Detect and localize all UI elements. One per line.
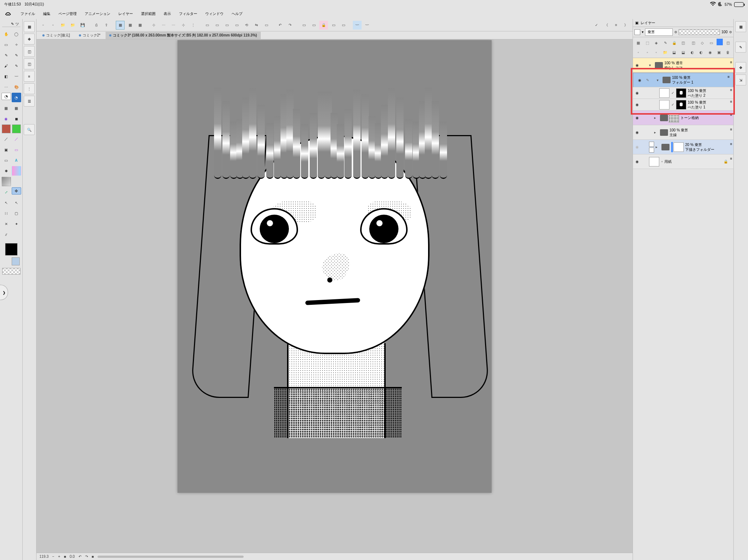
fit3-icon[interactable]: ▭	[232, 21, 241, 30]
menu-view[interactable]: 表示	[164, 11, 171, 16]
layer-row-7[interactable]: ◉▫用紙🔒≡	[633, 154, 733, 169]
effect-tool[interactable]: ✱	[1, 166, 11, 176]
visibility-icon[interactable]: ◉	[633, 103, 641, 107]
bucket-tool[interactable]: ▦	[1, 103, 11, 113]
curve2-icon[interactable]: 〰	[363, 21, 371, 30]
layer-menu-icon[interactable]: ≡	[728, 75, 730, 85]
lr2-2[interactable]: ▫	[644, 48, 652, 56]
snap3-icon[interactable]: ⋯	[169, 21, 178, 30]
layer-ic-2[interactable]: ⬚	[644, 39, 652, 47]
palette-tool[interactable]: 🎨	[12, 82, 21, 92]
tab-2[interactable]: コミック3* (188.00 x 263.00mm 製本サイズ:B5 判 182…	[106, 32, 261, 39]
lr2-4[interactable]: 📁	[661, 48, 669, 56]
line2-tool[interactable]: ／	[12, 134, 21, 144]
subtool-btn-5[interactable]: ≡	[24, 71, 35, 82]
layer-menu-icon[interactable]: ≡	[730, 100, 732, 110]
dock-arrange[interactable]: ⇲	[735, 74, 746, 85]
prev-icon[interactable]: 《	[602, 21, 611, 30]
eyedrop-tool[interactable]: ⤢	[1, 187, 11, 197]
app-logo-icon[interactable]	[4, 9, 12, 18]
rotate-reset-icon[interactable]: ■	[92, 555, 94, 559]
snap4-icon[interactable]: ⊹	[179, 21, 188, 30]
swatch-green[interactable]	[12, 124, 21, 133]
shape-tool[interactable]: ▢	[12, 208, 21, 218]
subtool-btn-2[interactable]: ✥	[24, 34, 35, 45]
visibility-icon[interactable]: ◉	[633, 130, 641, 134]
eraser-tool[interactable]: ◧	[1, 72, 11, 81]
layer-row-4[interactable]: ◉▸トーン格納≡	[633, 111, 733, 125]
wand-tool[interactable]: ✧	[12, 40, 21, 49]
opacity-slider[interactable]	[679, 29, 720, 35]
lr2-6[interactable]: ⬓	[679, 48, 687, 56]
layer-menu-icon[interactable]: ≡	[730, 88, 732, 98]
zoom-out-icon[interactable]: −	[52, 555, 54, 559]
visibility-icon[interactable]: ◉	[633, 160, 641, 164]
canvas[interactable]	[178, 40, 492, 493]
layer-row-5[interactable]: ◉▸100 % 乗算主線≡	[633, 125, 733, 140]
fit2-icon[interactable]: ▭	[222, 21, 231, 30]
canvas-area[interactable]	[37, 39, 633, 553]
fill-tool[interactable]: ◔	[1, 93, 11, 100]
visibility-icon[interactable]: ◉	[633, 63, 641, 67]
transparent-color[interactable]	[2, 268, 20, 275]
visibility-icon[interactable]: ◉	[633, 91, 641, 95]
subtool-btn-3[interactable]: ◫	[24, 46, 35, 57]
chevron-icon[interactable]: ▸	[654, 116, 659, 120]
rotate-right-icon[interactable]: ↷	[85, 555, 88, 559]
flip-icon[interactable]: ⇋	[252, 21, 261, 30]
lr2-9[interactable]: ◉	[706, 48, 714, 56]
zoom-fit-icon[interactable]: ■	[64, 555, 66, 559]
layer-ic-3[interactable]: ◈	[652, 39, 660, 47]
menu-file[interactable]: ファイル	[20, 11, 35, 16]
undo-icon[interactable]: ↶	[276, 21, 285, 30]
menu-page[interactable]: ページ管理	[58, 11, 77, 16]
arrow-tool[interactable]: ↖	[12, 198, 21, 207]
blend-tool[interactable]: 〰	[12, 72, 21, 81]
lr2-5[interactable]: ⬓	[670, 48, 678, 56]
tab-0[interactable]: コミック[復元]	[39, 32, 74, 39]
spiral-tool[interactable]: ◉	[1, 114, 11, 123]
pen-tool[interactable]: ✎	[1, 50, 11, 60]
hand-tool[interactable]: ✋	[1, 29, 11, 39]
chevron-icon[interactable]: ▸	[654, 130, 659, 134]
layer-menu-icon[interactable]: ≡	[730, 157, 732, 167]
pencil-tool[interactable]: ✎	[12, 50, 21, 60]
layer-row-1[interactable]: ◉✎▾100 % 乗算フォルダー 1≡	[633, 73, 733, 87]
layer-color[interactable]	[717, 39, 723, 45]
lr2-11[interactable]: 🗑	[724, 48, 732, 56]
dropdown-icon[interactable]: ≎	[674, 30, 677, 34]
marquee-tool[interactable]: ▭	[1, 40, 11, 49]
grass-tool[interactable]: ⫶⫶	[1, 208, 11, 218]
move2-tool[interactable]: ↖	[1, 198, 11, 207]
visibility-icon[interactable]: ◉	[633, 145, 641, 149]
sparkle-tool[interactable]: ✦	[12, 219, 21, 229]
next-icon[interactable]: 》	[622, 21, 630, 30]
layer-row-3[interactable]: ◉✓100 % 乗算べた塗り 1≡	[633, 99, 733, 111]
chevron-icon[interactable]: ▾	[649, 63, 654, 67]
zoom-in-icon[interactable]: +	[58, 555, 60, 559]
snap5-icon[interactable]: ⋮	[189, 21, 198, 30]
mask2-icon[interactable]: ▭	[339, 21, 348, 30]
snap2-icon[interactable]: ⋯	[159, 21, 168, 30]
menu-animation[interactable]: アニメーション	[85, 11, 110, 16]
subtool-search[interactable]: 🔍	[24, 124, 35, 135]
stepper-icon[interactable]: ≎	[729, 30, 732, 34]
menu-layer[interactable]: レイヤー	[118, 11, 133, 16]
layer-ic-5[interactable]: 🔒	[671, 39, 679, 47]
ribbon-tool[interactable]: ✕	[1, 219, 11, 229]
layer-ic-8[interactable]: ◇	[698, 39, 706, 47]
subtool-btn-1[interactable]: ▦	[24, 21, 35, 32]
nav-slider[interactable]	[98, 556, 244, 558]
clear-icon[interactable]: ▭	[299, 21, 308, 30]
menu-selection[interactable]: 選択範囲	[141, 11, 156, 16]
fit-icon[interactable]: ▭	[213, 21, 221, 30]
subtool-btn-4[interactable]: ◫	[24, 58, 35, 69]
mask-icon[interactable]: ▭	[329, 21, 338, 30]
lr2-7[interactable]: ◐	[688, 48, 696, 56]
layer-ic-6[interactable]: ◫	[679, 39, 687, 47]
blend-mode-select[interactable]: 乗算	[645, 28, 673, 36]
layer-menu-icon[interactable]: ≡	[730, 113, 732, 123]
new-icon[interactable]: ▫	[39, 21, 47, 30]
lr2-1[interactable]: ▫	[634, 48, 642, 56]
layer-ic-1[interactable]: ▦	[634, 39, 642, 47]
